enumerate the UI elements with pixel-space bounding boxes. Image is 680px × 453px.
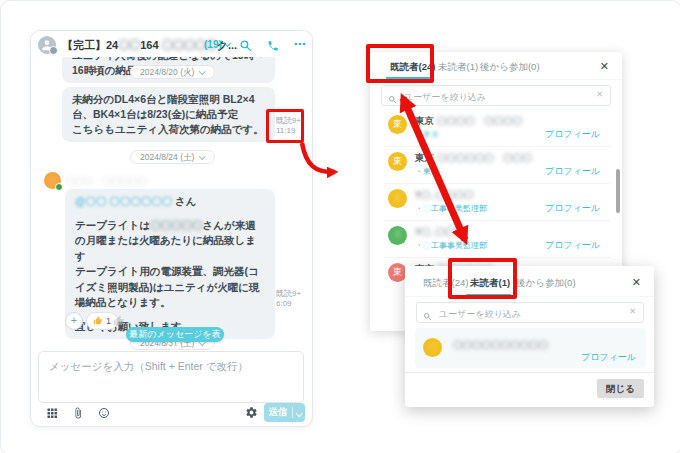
chevron-down-icon [199,68,205,74]
divider [405,372,654,373]
avatar: 〇 [423,338,442,357]
apps-grid-icon[interactable] [46,405,58,423]
annotation-box-read-receipt [266,109,304,143]
tab-bar: 既読者(24) 未読者(1) 後から参加(0) ✕ [405,266,654,297]
member-row[interactable]: 〇 〇〇〇〇〇〇〇〇〇〇 プロフィール [415,328,646,368]
date-label: 2024/8/20 (火) [140,67,194,77]
member-row[interactable]: T T〇_〇〇〇〇 ・〇工事事業監理部 プロフィール [370,183,616,220]
gear-icon[interactable] [245,405,258,423]
search-icon[interactable] [239,38,252,56]
profile-link[interactable]: プロフィール [545,128,600,141]
chat-header: 【完工】24〇〇164 〇〇〇〇〇ク... (19) [31,31,312,57]
profile-link[interactable]: プロフィール [545,239,600,252]
message-input[interactable] [39,352,303,402]
member-row[interactable]: T T〇_〇〇工 ・〇工事事業監理部 プロフィール [370,220,616,257]
online-status-dot [55,183,63,191]
more-menu-icon[interactable] [293,37,307,55]
chat-window: ユニティ入荷後の配達となるので15時～16時頃の納品と思います 2024/8/2… [30,30,313,427]
search-icon [388,90,397,108]
reaction-count: 1 [106,316,111,326]
avatar[interactable]: 〇 [44,172,61,189]
member-row[interactable]: 東 東京 〇〇〇〇〇〇 〇〇〇 ・東京 プロフィール [370,146,616,183]
date-label: 2024/8/24 (土) [140,152,194,162]
search-icon [423,307,432,325]
scrollbar-thumb[interactable] [616,169,620,213]
date-divider[interactable]: 2024/8/24 (土) [130,150,215,164]
reaction-picker-icon[interactable] [113,313,125,331]
search-input[interactable] [402,86,590,107]
send-label: 送信 [264,406,292,419]
avatar: T [388,189,407,208]
close-button[interactable]: 閉じる [597,379,644,398]
search-input[interactable] [437,303,623,324]
clear-icon[interactable]: ✕ [596,89,603,99]
annotation-box-read-tab [366,44,434,83]
avatar: 東 [388,115,407,134]
mention-suffix: さん [172,195,196,207]
room-avatar[interactable] [38,36,56,54]
send-button[interactable]: 送信 [264,403,305,422]
emoji-smiley-icon[interactable] [98,405,110,423]
read-count: 既読9+ [276,289,306,299]
thumbs-up-icon [93,316,103,326]
message-text: 未納分のDL4×6台と階段室照明 BL2×4台、BK4×1台は8/23(金)に納… [72,92,265,122]
paperclip-icon[interactable] [72,405,84,423]
unread-members-panel: 既読者(24) 未読者(1) 後から参加(0) ✕ ✕ 〇 〇〇〇〇〇〇〇〇〇〇… [405,266,654,407]
member-row[interactable]: 東 東京 〇〇〇〇 〇〇〇〇 ・東京 プロフィール [370,109,616,146]
avatar: T [388,226,407,245]
close-icon[interactable]: ✕ [632,276,641,289]
sender-name: 〇〇〇 〇〇〇〇〇 [66,175,147,188]
profile-link[interactable]: プロフィール [581,351,636,364]
profile-link[interactable]: プロフィール [545,202,600,215]
clear-icon[interactable]: ✕ [629,306,636,316]
read-receipt[interactable]: 既読9+ 6:09 [276,289,306,309]
member-filter-search: ✕ [381,85,611,106]
tab-joined-later[interactable]: 後から参加(0) [516,277,576,290]
member-filter-search: ✕ [416,302,644,323]
member-count-button[interactable]: (19) [204,39,230,50]
status-badge [49,46,58,55]
profile-link[interactable]: プロフィール [545,165,600,178]
timestamp: 6:09 [276,299,306,309]
screenshot-canvas: ユニティ入荷後の配達となるので15時～16時頃の納品と思います 2024/8/2… [0,0,680,453]
phone-icon[interactable] [267,38,279,56]
tab-joined-later[interactable]: 後から参加(0) [480,61,540,74]
message-bubble: 未納分のDL4×6台と階段室照明 BL2×4台、BK4×1台は8/23(金)に納… [62,87,275,142]
chevron-down-icon [224,40,231,47]
chevron-down-icon [199,153,205,159]
message-text: テープライト用の電源装置、調光器(コイズミ照明製品)はユニティが火曜に現場納品と… [75,264,265,311]
chevron-down-icon[interactable] [293,404,305,422]
message-input-container [38,351,304,403]
message-text: こちらもユニティ入荷次第の納品です。 [72,122,265,137]
tab-unread-members[interactable]: 未読者(1) [438,61,478,74]
add-reaction-button[interactable]: + [65,312,83,330]
annotation-box-unread-tab [448,258,517,299]
message-text: テープライトは〇〇〇〇〇さんが来週の月曜または火曜あたりに納品致します [75,218,265,265]
close-icon[interactable]: ✕ [600,60,609,73]
mention-link[interactable]: @〇〇 〇〇〇〇〇〇 [75,195,172,207]
avatar: 東 [388,152,407,171]
date-divider[interactable]: 2024/8/20 (火) [130,65,215,79]
show-latest-messages-button[interactable]: 最新のメッセージを表示 [126,327,224,342]
